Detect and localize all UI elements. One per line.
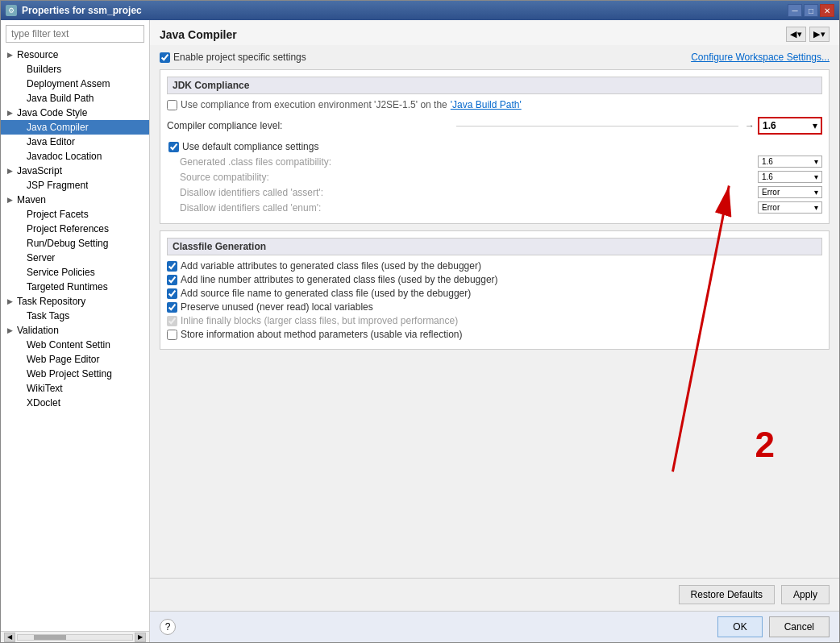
disallow-enum-dropdown[interactable]: Error ▾ <box>758 201 822 214</box>
sidebar-item-validation[interactable]: ▶Validation <box>1 323 149 338</box>
sidebar-item-project-references[interactable]: Project References <box>1 222 149 236</box>
scroll-left-btn[interactable]: ◀ <box>4 633 15 642</box>
tree-item-label: Web Content Settin <box>27 339 110 351</box>
tree-item-label: Java Compiler <box>27 122 89 133</box>
generated-class-dropdown[interactable]: 1.6 ▾ <box>758 156 822 168</box>
minimize-button[interactable]: ─ <box>788 4 802 17</box>
sidebar-item-java-editor[interactable]: Java Editor <box>1 135 149 149</box>
sidebar-item-service-policies[interactable]: Service Policies <box>1 265 149 280</box>
scroll-right-btn[interactable]: ▶ <box>135 633 146 642</box>
sidebar-item-wikitext[interactable]: WikiText <box>1 381 149 396</box>
disallow-enum-value: Error <box>762 203 780 212</box>
cancel-button[interactable]: Cancel <box>769 616 830 637</box>
check-row-inline-finally: Inline finally blocks (larger class file… <box>167 315 822 326</box>
sidebar-item-java-compiler[interactable]: Java Compiler <box>1 120 149 135</box>
title-bar: ⚙ Properties for ssm_projec ─ □ ✕ <box>1 1 839 20</box>
tree-item-label: XDoclet <box>27 397 60 409</box>
sidebar-item-resource[interactable]: ▶Resource <box>1 48 149 62</box>
help-button[interactable]: ? <box>160 619 176 635</box>
tree-item-label: Deployment Assem <box>27 78 110 89</box>
generated-class-arrow: ▾ <box>814 157 818 166</box>
tree-item-label: Service Policies <box>27 267 95 278</box>
filter-input[interactable] <box>6 25 144 43</box>
check-label-preserve-unused: Preserve unused (never read) local varia… <box>181 301 373 313</box>
back-icon: ◀ <box>790 29 796 39</box>
enable-project-checkbox[interactable] <box>160 52 170 63</box>
disallow-assert-label: Disallow identifiers called 'assert': <box>180 187 758 198</box>
source-compat-value: 1.6 <box>762 172 773 181</box>
enable-row: Enable project specific settings Configu… <box>160 52 830 63</box>
apply-button[interactable]: Apply <box>781 585 830 604</box>
sidebar-item-jsp-fragment[interactable]: JSP Fragment <box>1 178 149 193</box>
sidebar-item-deployment-assem[interactable]: Deployment Assem <box>1 77 149 91</box>
ok-button[interactable]: OK <box>717 616 762 637</box>
tree-arrow-icon: ▶ <box>7 196 15 204</box>
tree-item-label: Run/Debug Setting <box>27 238 108 249</box>
tree-item-label: Server <box>27 252 55 263</box>
sidebar-item-java-build-path[interactable]: Java Build Path <box>1 91 149 106</box>
tree-item-label: Project References <box>27 223 109 234</box>
sidebar-scrollbar: ◀ ▶ <box>1 631 149 642</box>
use-default-checkbox[interactable] <box>168 142 179 152</box>
close-button[interactable]: ✕ <box>820 4 834 17</box>
source-compat-row: Source compatibility: 1.6 ▾ <box>180 171 822 183</box>
tree-arrow-icon: ▶ <box>7 109 15 117</box>
jdk-use-checkbox[interactable] <box>167 100 177 110</box>
check-row-add-line-number-attrs: Add line number attributes to generated … <box>167 274 822 285</box>
restore-defaults-button[interactable]: Restore Defaults <box>679 585 775 604</box>
sidebar-item-java-code-style[interactable]: ▶Java Code Style <box>1 106 149 120</box>
sidebar-item-maven[interactable]: ▶Maven <box>1 193 149 207</box>
forward-button[interactable]: ▶ ▾ <box>809 27 830 42</box>
source-compat-dropdown[interactable]: 1.6 ▾ <box>758 171 822 183</box>
scroll-track[interactable] <box>17 634 133 641</box>
sidebar-item-project-facets[interactable]: Project Facets <box>1 207 149 222</box>
window-title: Properties for ssm_projec <box>22 5 142 16</box>
compiler-compliance-dropdown[interactable]: 1.6 ▾ <box>758 117 822 135</box>
disallow-assert-dropdown[interactable]: Error ▾ <box>758 186 822 198</box>
jdk-section-header: JDK Compliance <box>167 77 822 94</box>
sidebar-item-server[interactable]: Server <box>1 251 149 265</box>
check-label-add-variable-attrs: Add variable attributes to generated cla… <box>181 260 481 272</box>
sidebar-item-builders[interactable]: Builders <box>1 62 149 77</box>
bottom-toolbar: Restore Defaults Apply <box>150 578 839 611</box>
check-row-add-variable-attrs: Add variable attributes to generated cla… <box>167 260 822 272</box>
main-header: Java Compiler ◀ ▾ ▶ ▾ <box>150 20 839 45</box>
compliance-arrow-icon: → <box>745 120 755 131</box>
checkbox-add-variable-attrs[interactable] <box>167 261 177 272</box>
sidebar-item-targeted-runtimes[interactable]: Targeted Runtimes <box>1 280 149 294</box>
sidebar-item-web-project-settings[interactable]: Web Project Setting <box>1 367 149 381</box>
window-controls: ─ □ ✕ <box>788 4 834 17</box>
sidebar-item-task-repository[interactable]: ▶Task Repository <box>1 294 149 309</box>
forward-icon: ▶ <box>813 29 820 39</box>
tree-arrow-icon: ▶ <box>7 326 15 334</box>
sidebar: ▶Resource Builders Deployment Assem Java… <box>1 20 150 642</box>
java-build-path-link[interactable]: 'Java Build Path' <box>451 99 522 110</box>
back-button[interactable]: ◀ ▾ <box>786 27 806 42</box>
checkbox-preserve-unused[interactable] <box>167 302 177 313</box>
tree-item-label: Java Build Path <box>27 93 94 104</box>
sidebar-item-xdoclet[interactable]: XDoclet <box>1 396 149 410</box>
sidebar-item-task-tags[interactable]: Task Tags <box>1 309 149 323</box>
sidebar-item-web-page-editor[interactable]: Web Page Editor <box>1 352 149 367</box>
checkbox-store-method-params[interactable] <box>167 330 177 340</box>
tree-item-label: WikiText <box>27 383 63 394</box>
tree-item-label: Web Project Setting <box>27 368 112 380</box>
sidebar-item-run-debug-settings[interactable]: Run/Debug Setting <box>1 236 149 251</box>
generated-class-label: Generated .class files compatibility: <box>180 156 758 168</box>
tree-item-label: Validation <box>17 325 59 336</box>
checkbox-add-source-filename[interactable] <box>167 288 177 299</box>
tree-item-label: Web Page Editor <box>27 354 100 365</box>
checkbox-add-line-number-attrs[interactable] <box>167 275 177 285</box>
sidebar-item-javascript[interactable]: ▶JavaScript <box>1 164 149 178</box>
tree-item-label: JSP Fragment <box>27 180 88 191</box>
classfile-section-header: Classfile Generation <box>167 238 822 255</box>
sidebar-item-javadoc-location[interactable]: Javadoc Location <box>1 149 149 164</box>
sidebar-item-web-content-settings[interactable]: Web Content Settin <box>1 338 149 352</box>
jdk-section: JDK Compliance Use compliance from execu… <box>160 69 830 224</box>
configure-workspace-link[interactable]: Configure Workspace Settings... <box>691 52 830 63</box>
footer-bar: ? OK Cancel <box>150 611 839 642</box>
check-row-store-method-params: Store information about method parameter… <box>167 329 822 340</box>
maximize-button[interactable]: □ <box>804 4 818 17</box>
main-window: ⚙ Properties for ssm_projec ─ □ ✕ ▶Resou… <box>0 0 840 643</box>
forward-dropdown-icon: ▾ <box>821 29 825 39</box>
